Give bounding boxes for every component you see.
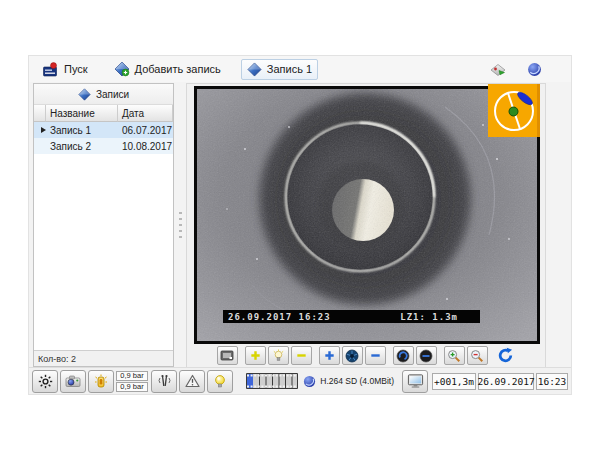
camera-select-button[interactable] bbox=[60, 370, 86, 393]
warning-button[interactable] bbox=[179, 370, 205, 393]
video-panel: 26.09.2017 16:23 LZ1: 1.3m bbox=[186, 83, 546, 369]
focus-plus-button[interactable] bbox=[393, 346, 414, 365]
name-column-header[interactable]: Название bbox=[46, 105, 118, 122]
records-icon bbox=[78, 88, 91, 101]
records-header-label: Записи bbox=[96, 89, 129, 100]
video-settings-button[interactable] bbox=[523, 59, 545, 79]
focus-far-icon bbox=[419, 349, 433, 363]
records-table-empty-area bbox=[34, 154, 173, 350]
snapshot-button[interactable] bbox=[217, 346, 238, 365]
antenna-icon bbox=[157, 374, 172, 388]
zoom-in-button[interactable] bbox=[444, 346, 465, 365]
records-table-header-row: Название Дата bbox=[34, 105, 173, 122]
date-field: 26.09.2017 bbox=[478, 373, 534, 390]
roll-pitch-indicator bbox=[488, 84, 540, 137]
record-date: 10.08.2017 bbox=[118, 138, 173, 154]
contrast-minus-button[interactable] bbox=[365, 346, 386, 365]
led-minus-button[interactable] bbox=[291, 346, 312, 365]
pressure-fields: 0,9 bar 0,9 bar bbox=[116, 371, 148, 392]
desktop: { "toolbar": { "start_label": "Пуск", "a… bbox=[0, 0, 600, 450]
brightness-button[interactable] bbox=[32, 370, 58, 393]
video-overlay-bar: 26.09.2017 16:23 LZ1: 1.3m bbox=[223, 310, 480, 323]
focus-minus-button[interactable] bbox=[416, 346, 437, 365]
records-count-label: Кол-во: 2 bbox=[38, 354, 76, 364]
recording-film-strip bbox=[246, 373, 298, 389]
plus-icon-blue bbox=[323, 349, 336, 362]
aperture-button[interactable] bbox=[342, 346, 363, 365]
export-report-button[interactable] bbox=[487, 59, 509, 79]
codec-icon bbox=[303, 375, 316, 388]
export-report-icon bbox=[489, 62, 507, 77]
pipe-camera-image bbox=[197, 89, 537, 341]
row-marker bbox=[34, 138, 46, 154]
overlay-distance: LZ1: 1.3m bbox=[400, 312, 458, 322]
date-column-header[interactable]: Дата bbox=[118, 105, 173, 122]
video-toolbar bbox=[187, 345, 545, 366]
main-toolbar: Пуск Добавить запись Запись 1 bbox=[29, 56, 571, 82]
led-plus-button[interactable] bbox=[245, 346, 266, 365]
selected-row-marker bbox=[34, 122, 46, 138]
status-bar: 0,9 bar 0,9 bar bbox=[29, 367, 571, 394]
zoom-out-button[interactable] bbox=[467, 346, 488, 365]
monitor-icon bbox=[407, 373, 424, 389]
reset-view-icon bbox=[497, 347, 514, 364]
app-logo-icon bbox=[43, 62, 59, 77]
records-panel-header[interactable]: Записи bbox=[34, 84, 173, 105]
start-button-label: Пуск bbox=[64, 63, 88, 75]
led-power-button[interactable] bbox=[88, 370, 114, 393]
time-field: 16:23 bbox=[536, 373, 568, 390]
monitor-button[interactable] bbox=[402, 370, 428, 393]
lamp-button[interactable] bbox=[207, 370, 233, 393]
zoom-out-icon bbox=[470, 349, 484, 363]
add-record-icon bbox=[114, 61, 130, 77]
camera-icon bbox=[65, 374, 81, 388]
records-panel: Записи Название Дата Запись 1 06.07.2017… bbox=[33, 83, 174, 367]
record-icon bbox=[247, 62, 262, 77]
record-name: Запись 1 bbox=[46, 122, 118, 138]
add-record-button-label: Добавить запись bbox=[135, 63, 221, 75]
start-button[interactable]: Пуск bbox=[37, 59, 94, 80]
table-row-selected[interactable]: Запись 1 06.07.2017 bbox=[34, 122, 173, 138]
led-lamp-button[interactable] bbox=[268, 346, 289, 365]
plus-icon-yellow bbox=[249, 349, 262, 362]
records-table: Название Дата Запись 1 06.07.2017 Запись… bbox=[34, 105, 173, 350]
bulb-icon bbox=[213, 374, 227, 389]
codec-label: H.264 SD (4.0MBit) bbox=[320, 376, 394, 386]
app-window: Пуск Добавить запись Запись 1 bbox=[28, 55, 572, 395]
overlay-datetime: 26.09.2017 16:23 bbox=[228, 312, 331, 322]
marker-column-header bbox=[34, 105, 46, 122]
video-settings-icon bbox=[527, 62, 542, 77]
add-record-button[interactable]: Добавить запись bbox=[108, 58, 227, 80]
brightness-icon bbox=[38, 374, 53, 389]
reset-view-button[interactable] bbox=[495, 346, 516, 365]
distance-field: +001,3m bbox=[432, 373, 476, 390]
panel-splitter[interactable] bbox=[176, 83, 185, 367]
aperture-icon bbox=[345, 349, 359, 363]
snapshot-icon bbox=[220, 349, 234, 362]
zoom-in-icon bbox=[447, 349, 461, 363]
led-power-icon bbox=[94, 374, 108, 389]
warning-icon bbox=[185, 374, 200, 388]
record-name: Запись 2 bbox=[46, 138, 118, 154]
pressure-top-field: 0,9 bar bbox=[116, 371, 148, 381]
contrast-plus-button[interactable] bbox=[319, 346, 340, 365]
transmitter-button[interactable] bbox=[151, 370, 177, 393]
pressure-bottom-field: 0,9 bar bbox=[116, 382, 148, 392]
record-1-button-label: Запись 1 bbox=[267, 63, 312, 75]
table-row[interactable]: Запись 2 10.08.2017 bbox=[34, 138, 173, 154]
records-count-bar: Кол-во: 2 bbox=[34, 350, 173, 366]
minus-icon-blue bbox=[369, 349, 382, 362]
lamp-icon bbox=[272, 349, 285, 362]
record-1-button[interactable]: Запись 1 bbox=[241, 59, 318, 80]
focus-near-icon bbox=[396, 349, 410, 363]
pipe-camera-view: 26.09.2017 16:23 LZ1: 1.3m bbox=[197, 89, 537, 341]
minus-icon-yellow bbox=[295, 349, 308, 362]
record-date: 06.07.2017 bbox=[118, 122, 173, 138]
